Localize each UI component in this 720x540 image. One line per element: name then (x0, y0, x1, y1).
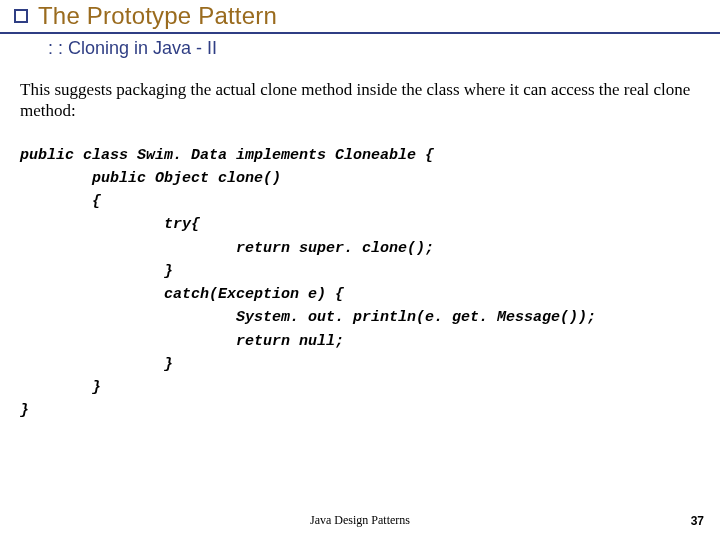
code-line: return super. clone(); (20, 240, 434, 257)
slide-title: The Prototype Pattern (38, 2, 277, 30)
slide-subtitle: : : Cloning in Java - II (48, 38, 720, 59)
code-line: public class Swim. Data implements Clone… (20, 147, 434, 164)
code-block: public class Swim. Data implements Clone… (20, 144, 720, 423)
code-line: public Object clone() (20, 170, 281, 187)
code-line: System. out. println(e. get. Message()); (20, 309, 596, 326)
footer-text: Java Design Patterns (0, 513, 720, 528)
code-line: } (20, 402, 29, 419)
title-row: The Prototype Pattern (14, 2, 720, 30)
title-underline (0, 32, 720, 34)
code-line: } (20, 356, 173, 373)
square-bullet-icon (14, 9, 28, 23)
code-line: try{ (20, 216, 200, 233)
code-line: { (20, 193, 101, 210)
code-line: } (20, 379, 101, 396)
code-line: } (20, 263, 173, 280)
page-number: 37 (691, 514, 704, 528)
body-paragraph: This suggests packaging the actual clone… (20, 79, 694, 122)
code-line: catch(Exception e) { (20, 286, 344, 303)
slide-header: The Prototype Pattern : : Cloning in Jav… (0, 0, 720, 59)
slide: The Prototype Pattern : : Cloning in Jav… (0, 0, 720, 540)
code-line: return null; (20, 333, 344, 350)
